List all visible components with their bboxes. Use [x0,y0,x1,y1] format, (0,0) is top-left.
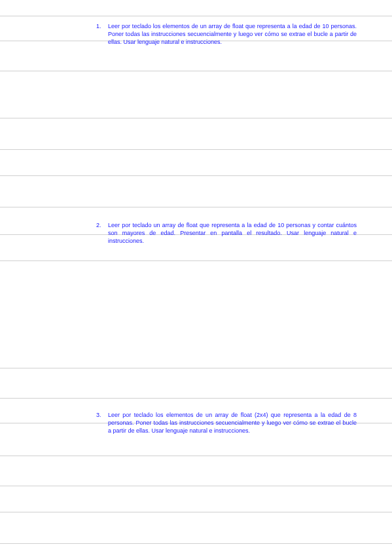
ruled-line [0,175,392,176]
ruled-line [0,456,392,456]
ruled-line [0,71,392,71]
ruled-line [0,149,392,150]
ruled-line [0,512,392,512]
ruled-line [0,207,392,207]
ruled-line [0,260,392,261]
exercise-item: 2.Leer por teclado un array de float que… [108,221,357,245]
ruled-line [0,543,392,544]
exercise-item: 1.Leer por teclado los elementos de un a… [108,22,357,46]
ruled-line [0,398,392,399]
exercise-item: 3.Leer por teclado los elementos de un a… [108,411,357,435]
ruled-line [0,16,392,16]
exercise-number: 2. [96,221,101,229]
exercise-number: 1. [96,22,101,30]
exercise-number: 3. [96,411,101,419]
ruled-line [0,368,392,368]
exercise-text: Leer por teclado un array de float que r… [108,222,357,244]
exercise-text: Leer por teclado los elementos de un arr… [108,412,357,434]
exercise-text: Leer por teclado los elementos de un arr… [108,23,357,45]
ruled-line [0,486,392,486]
ruled-line [0,118,392,118]
